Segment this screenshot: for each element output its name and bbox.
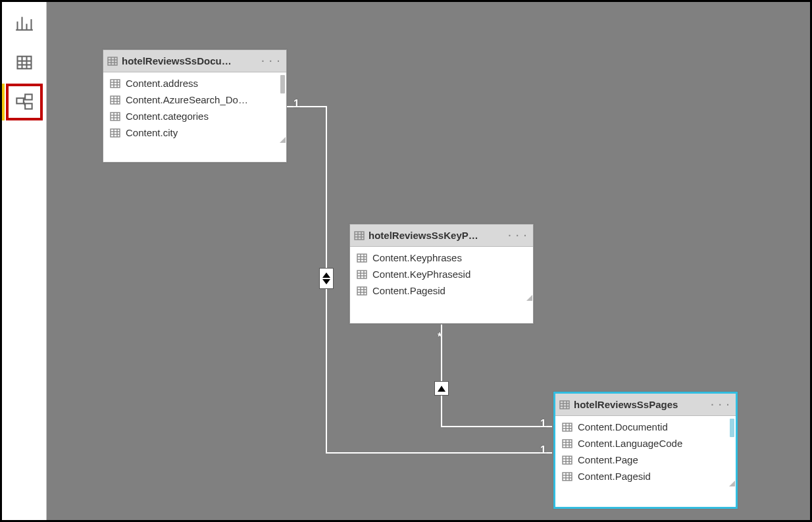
table-icon [107, 56, 118, 66]
field-label: Content.address [126, 78, 198, 89]
field-row[interactable]: Content.Keyphrases [350, 249, 533, 266]
relationship-line[interactable] [326, 452, 552, 454]
field-icon [357, 286, 367, 296]
more-options-button[interactable]: · · · [710, 400, 732, 410]
table-title: hotelReviewsSsPages [574, 399, 706, 410]
more-options-button[interactable]: · · · [261, 56, 282, 66]
field-row[interactable]: Content.city [103, 124, 286, 141]
field-label: Content.Documentid [578, 421, 668, 432]
field-icon [357, 253, 367, 263]
field-label: Content.city [126, 127, 178, 138]
field-row[interactable]: Content.KeyPhrasesid [350, 266, 533, 282]
table-card-keyp[interactable]: hotelReviewsSsKeyP… · · · Content.Keyphr… [349, 224, 534, 324]
svg-rect-10 [16, 98, 23, 103]
table-title: hotelReviewsSsDocu… [122, 55, 257, 66]
more-options-button[interactable]: · · · [507, 230, 529, 241]
field-row[interactable]: Content.Page [555, 452, 736, 468]
table-header[interactable]: hotelReviewsSsKeyP… · · · [350, 224, 533, 247]
field-icon [562, 422, 572, 432]
scrollbar-thumb[interactable] [730, 419, 734, 437]
report-view-button[interactable] [6, 5, 43, 41]
field-row[interactable]: Content.AzureSearch_Do… [103, 91, 286, 108]
field-row[interactable]: Content.Pagesid [555, 468, 736, 484]
svg-rect-55 [357, 287, 367, 295]
field-label: Content.Page [578, 454, 638, 465]
cardinality-label-one: 1 [293, 98, 299, 110]
table-icon [15, 53, 34, 72]
field-icon [110, 111, 120, 122]
field-row[interactable]: Content.address [103, 75, 286, 91]
field-row[interactable]: Content.Pagesid [350, 282, 533, 299]
svg-rect-75 [563, 456, 572, 464]
bar-chart-icon [15, 14, 34, 32]
field-icon [110, 78, 120, 89]
field-label: Content.KeyPhrasesid [372, 269, 470, 280]
table-fields-list[interactable]: Content.Documentid Content.LanguageCode … [555, 416, 736, 487]
svg-line-14 [23, 101, 24, 106]
cardinality-label-one: 1 [540, 444, 546, 456]
svg-rect-35 [111, 129, 120, 137]
table-fields-list[interactable]: Content.address Content.AzureSearch_Do… … [103, 72, 286, 144]
model-canvas[interactable]: hotelReviewsSsDocu… · · · Content.addres… [47, 2, 810, 520]
resize-handle[interactable] [526, 294, 532, 301]
relationship-line[interactable] [287, 106, 326, 107]
field-icon [562, 471, 572, 482]
cardinality-label-one: 1 [540, 418, 546, 430]
field-icon [110, 128, 120, 138]
svg-rect-40 [355, 232, 364, 240]
table-header[interactable]: hotelReviewsSsPages · · · [555, 394, 736, 416]
data-view-button[interactable] [6, 44, 43, 81]
field-label: Content.Pagesid [372, 285, 445, 296]
svg-rect-11 [25, 94, 32, 99]
field-icon [110, 95, 120, 105]
svg-rect-20 [111, 80, 120, 88]
selected-view-indicator [2, 84, 5, 120]
resize-handle[interactable] [279, 136, 286, 143]
field-label: Content.LanguageCode [578, 438, 682, 449]
field-icon [562, 455, 572, 465]
field-label: Content.Keyphrases [372, 252, 462, 263]
svg-rect-70 [563, 440, 572, 448]
svg-rect-60 [560, 401, 569, 409]
table-fields-list[interactable]: Content.Keyphrases Content.KeyPhrasesid … [350, 247, 533, 301]
svg-rect-80 [563, 473, 572, 481]
view-switcher-sidebar [2, 2, 47, 520]
field-row[interactable]: Content.categories [103, 108, 286, 124]
svg-rect-30 [111, 113, 120, 120]
svg-rect-12 [25, 103, 32, 109]
svg-rect-25 [111, 96, 120, 104]
field-label: Content.categories [126, 111, 209, 122]
relationship-line[interactable] [441, 426, 552, 427]
svg-rect-45 [357, 254, 367, 262]
field-label: Content.Pagesid [578, 471, 651, 482]
svg-rect-65 [563, 423, 572, 431]
relationship-direction-indicator[interactable] [319, 268, 334, 289]
field-label: Content.AzureSearch_Do… [126, 94, 248, 105]
svg-rect-15 [108, 57, 117, 65]
cardinality-label-many: * [438, 331, 442, 343]
table-icon [559, 400, 570, 410]
field-icon [562, 438, 572, 449]
model-view-button[interactable] [6, 84, 43, 120]
table-card-docu[interactable]: hotelReviewsSsDocu… · · · Content.addres… [103, 49, 287, 163]
scrollbar-thumb[interactable] [280, 75, 285, 93]
model-icon [15, 93, 34, 111]
table-icon [354, 230, 365, 241]
table-title: hotelReviewsSsKeyP… [368, 230, 503, 241]
table-header[interactable]: hotelReviewsSsDocu… · · · [103, 50, 286, 72]
field-row[interactable]: Content.Documentid [555, 419, 736, 435]
field-icon [357, 269, 367, 280]
relationship-direction-indicator[interactable] [434, 381, 449, 396]
svg-rect-5 [17, 57, 31, 69]
resize-handle[interactable] [728, 480, 735, 486]
table-card-pages[interactable]: hotelReviewsSsPages · · · Content.Docume… [553, 392, 738, 509]
svg-rect-50 [357, 271, 367, 278]
field-row[interactable]: Content.LanguageCode [555, 435, 736, 452]
